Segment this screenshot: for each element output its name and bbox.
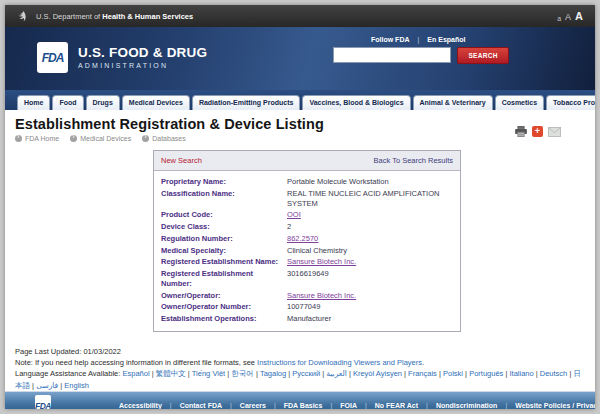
table-row: Owner/Operator: Sansure Biotech Inc. <box>161 290 453 302</box>
language-link[interactable]: English <box>64 381 89 390</box>
table-row: Product Code: OOI <box>161 209 453 221</box>
footer-info: Page Last Updated: 01/03/2022 Note: If y… <box>5 332 595 391</box>
language-link[interactable]: Polski <box>443 369 469 378</box>
breadcrumb-link[interactable]: Medical Devices <box>80 135 131 142</box>
primary-nav: Home Food Drugs Medical Devices Radiatio… <box>5 90 595 110</box>
search-button[interactable]: SEARCH <box>457 47 509 64</box>
nav-tab[interactable]: Medical Devices <box>122 95 190 110</box>
footer-link[interactable]: Contact FDA <box>180 402 240 409</box>
field-value: 3016619649 <box>287 269 453 289</box>
header-right: Follow FDA | En Español SEARCH <box>333 36 563 64</box>
device-listing-card: New Search Back To Search Results Propri… <box>153 150 461 332</box>
field-value: Portable Molecule Workstation <box>287 177 453 187</box>
language-link[interactable]: Deutsch <box>540 369 574 378</box>
font-size-small[interactable]: a <box>557 15 561 22</box>
field-value[interactable]: Sansure Biotech Inc. <box>287 257 453 267</box>
field-label: Classification Name: <box>161 189 287 209</box>
language-link[interactable]: Kreyòl Ayisyen <box>353 369 408 378</box>
dept-label: U.S. Department of Health & Human Servic… <box>36 12 193 21</box>
field-value[interactable]: Sansure Biotech Inc. <box>287 291 453 301</box>
gov-top-bar: U.S. Department of Health & Human Servic… <box>5 5 595 27</box>
language-link[interactable]: فارسی <box>36 381 64 390</box>
fda-header: FDA U.S. FOOD & DRUG ADMINISTRATION Foll… <box>5 27 595 90</box>
breadcrumb-bullet-icon <box>70 135 77 142</box>
new-search-link[interactable]: New Search <box>161 156 202 165</box>
nav-tab[interactable]: Home <box>17 95 50 110</box>
device-detail-table: Proprietary Name: Portable Molecule Work… <box>154 171 460 331</box>
fda-page: U.S. Department of Health & Human Servic… <box>5 5 595 409</box>
footer-link[interactable]: Website Policies / Privacy <box>515 402 595 409</box>
viewers-players-link[interactable]: Instructions for Downloading Viewers and… <box>257 358 422 367</box>
back-to-results-link[interactable]: Back To Search Results <box>374 156 453 165</box>
language-link[interactable]: Tagalog <box>260 369 292 378</box>
share-plus-icon[interactable]: + <box>532 126 543 137</box>
font-size-medium[interactable]: A <box>565 12 571 22</box>
field-label: Medical Specialty: <box>161 246 287 256</box>
nav-tab[interactable]: Tobacco Products <box>546 95 595 110</box>
last-updated: Page Last Updated: 01/03/2022 <box>15 346 585 357</box>
field-label: Proprietary Name: <box>161 177 287 187</box>
footer-fda-logo[interactable]: FDA <box>35 395 51 409</box>
nav-tab[interactable]: Radiation-Emitting Products <box>192 95 301 110</box>
breadcrumb-link[interactable]: FDA Home <box>25 135 59 142</box>
format-note: Note: If you need help accessing informa… <box>15 357 585 368</box>
breadcrumb-link[interactable]: Databases <box>152 135 185 142</box>
share-tools: + <box>515 126 561 137</box>
field-label: Owner/Operator Number: <box>161 302 287 312</box>
field-label: Registered Establishment Number: <box>161 269 287 289</box>
language-link[interactable]: 繁體中文 <box>156 369 192 378</box>
fda-logo[interactable]: FDA <box>37 42 68 73</box>
field-label: Product Code: <box>161 210 287 220</box>
table-row: Regulation Number: 862.2570 <box>161 233 453 245</box>
language-link[interactable]: Tiếng Việt <box>192 369 231 378</box>
footer-link[interactable]: Nondiscrimination <box>436 402 515 409</box>
follow-fda-link[interactable]: Follow FDA <box>371 36 410 43</box>
field-label: Owner/Operator: <box>161 291 287 301</box>
field-label: Device Class: <box>161 222 287 232</box>
language-link[interactable]: Italiano <box>509 369 539 378</box>
font-size-large[interactable]: A <box>575 10 583 22</box>
breadcrumb-bullet-icon <box>15 135 22 142</box>
footer-link[interactable]: Careers <box>240 402 284 409</box>
field-value: 2 <box>287 222 453 232</box>
language-link[interactable]: Русский <box>292 369 326 378</box>
breadcrumb: FDA Home Medical Devices Databases <box>15 135 585 142</box>
agency-title: U.S. FOOD & DRUG ADMINISTRATION <box>78 45 207 69</box>
nav-tab[interactable]: Cosmetics <box>495 95 544 110</box>
nav-tab[interactable]: Animal & Veterinary <box>413 95 493 110</box>
footer-link[interactable]: FOIA <box>340 402 375 409</box>
print-icon[interactable] <box>515 126 527 137</box>
table-row: Registered Establishment Name: Sansure B… <box>161 256 453 268</box>
field-value: Clinical Chemistry <box>287 246 453 256</box>
table-row: Device Class: 2 <box>161 221 453 233</box>
field-label: Regulation Number: <box>161 234 287 244</box>
breadcrumb-item: Medical Devices <box>70 135 131 142</box>
breadcrumb-item: Databases <box>142 135 185 142</box>
table-row: Registered Establishment Number: 3016619… <box>161 268 453 290</box>
field-value: Manufacturer <box>287 314 453 324</box>
footer-link[interactable]: FDA Basics <box>284 402 340 409</box>
footer-link[interactable]: No FEAR Act <box>375 402 436 409</box>
page-title: Establishment Registration & Device List… <box>15 116 585 132</box>
language-link[interactable]: العربية <box>326 369 353 378</box>
nav-tab[interactable]: Vaccines, Blood & Biologics <box>302 95 410 110</box>
en-espanol-link[interactable]: En Español <box>427 36 465 43</box>
table-row: Establishment Operations: Manufacturer <box>161 313 453 325</box>
footer-link[interactable]: Accessibility <box>119 402 180 409</box>
field-value: 10077049 <box>287 302 453 312</box>
field-value: REAL TIME NUCLEIC ACID AMPLIFICATION SYS… <box>287 189 453 209</box>
search-input[interactable] <box>333 47 451 63</box>
field-label: Registered Establishment Name: <box>161 257 287 267</box>
language-link[interactable]: Français <box>408 369 443 378</box>
font-size-controls: a A A <box>557 10 583 22</box>
field-value[interactable]: 862.2570 <box>287 234 453 244</box>
breadcrumb-bullet-icon <box>142 135 149 142</box>
nav-tab[interactable]: Drugs <box>86 95 120 110</box>
language-link[interactable]: 한국어 <box>231 369 260 378</box>
nav-tab[interactable]: Food <box>52 95 83 110</box>
email-icon[interactable] <box>548 127 561 137</box>
field-value[interactable]: OOI <box>287 210 453 220</box>
language-link[interactable]: Español <box>122 369 155 378</box>
language-link[interactable]: Português <box>469 369 509 378</box>
header-pipe: | <box>418 36 420 43</box>
